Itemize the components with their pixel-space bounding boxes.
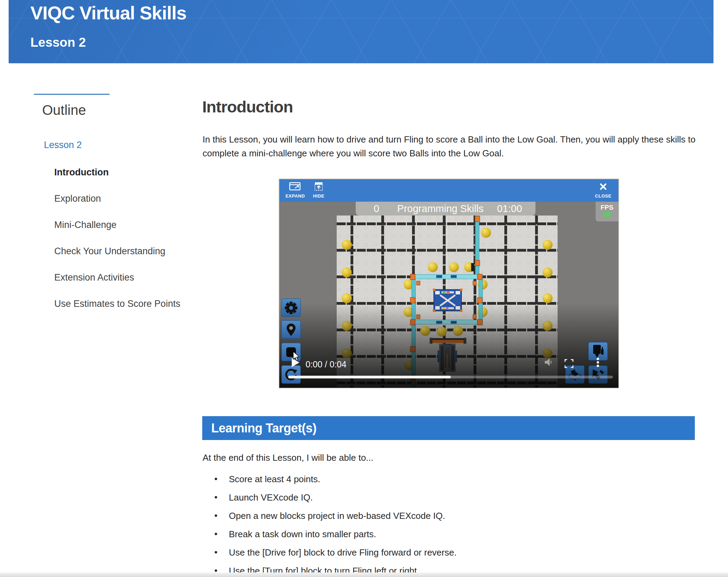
page-subtitle: Lesson 2 [30,35,86,50]
sidebar-item-extension-activities[interactable]: Extension Activities [54,272,180,299]
learning-targets-banner: Learning Target(s) [202,416,695,440]
volume-icon[interactable] [544,358,553,366]
simulation-viewport[interactable]: 0 Programming Skills 01:00 FPS 59 [279,202,618,388]
location-pin-icon [286,323,296,336]
fps-value: 59 [596,211,618,218]
video-time: 0:00 / 0:04 [306,359,346,369]
outline-list: Introduction Exploration Mini-Challenge … [54,167,180,325]
sidebar-item-mini-challenge[interactable]: Mini-Challenge [54,220,180,246]
learning-targets-list: Score at least 4 points. Launch VEXcode … [214,474,457,577]
score-value: 0 [356,203,397,214]
ball [481,228,491,238]
list-item: Launch VEXcode IQ. [214,492,457,503]
list-item: Score at least 4 points. [214,474,457,484]
position-pin-button[interactable] [281,320,301,339]
sidebar-item-exploration[interactable]: Exploration [54,193,180,220]
ball [428,262,438,272]
match-timer: 01:00 [484,203,535,214]
page-title: VIQC Virtual Skills [30,2,186,24]
scoreboard: 0 Programming Skills 01:00 [356,202,535,216]
sidebar-divider [34,94,110,95]
sidebar-item-use-estimates[interactable]: Use Estimates to Score Points [54,299,180,325]
close-icon [599,182,607,191]
learning-targets-lead: At the end of this Lesson, I will be abl… [203,452,373,463]
header-banner: VIQC Virtual Skills Lesson 2 [9,0,713,63]
ball [342,267,352,277]
progress-fill [288,376,451,378]
fps-counter: FPS 59 [596,202,618,221]
lesson-page: VIQC Virtual Skills Lesson 2 Outline Les… [0,0,728,577]
close-label: CLOSE [592,193,614,199]
reset-icon [284,368,298,381]
ball [543,293,553,303]
intro-paragraph: In this Lesson, you will learn how to dr… [203,132,696,160]
hide-label: HIDE [308,193,330,199]
fps-label: FPS [596,204,618,211]
ball [342,240,352,250]
sidebar-item-introduction[interactable]: Introduction [54,167,180,193]
ball [449,262,459,272]
gear-icon [284,301,298,315]
section-heading: Introduction [202,97,293,116]
expand-button[interactable]: EXPAND [284,182,306,199]
list-item: Open a new blocks project in web-based V… [214,511,457,521]
sidebar-link-lesson-2[interactable]: Lesson 2 [44,140,82,150]
close-button[interactable]: CLOSE [592,182,614,199]
pan-camera-icon [591,367,605,382]
video-player: EXPAND HIDE CLOSE 0 Program [279,179,619,388]
video-progress-bar[interactable] [288,376,613,378]
match-mode-label: Programming Skills [397,203,484,214]
orbit-camera-icon [567,368,582,382]
page-bottom-edge [0,573,728,577]
expand-label: EXPAND [284,193,306,199]
expand-icon [289,182,301,191]
more-options-icon[interactable] [597,357,599,368]
ball [342,293,352,303]
mouse-cursor [292,351,300,361]
video-player-toolbar: EXPAND HIDE CLOSE [279,179,618,202]
settings-button[interactable] [281,299,301,317]
ball [543,240,553,250]
reset-button[interactable] [281,365,301,384]
list-item: Break a task down into smaller parts. [214,529,457,539]
ball [543,267,553,277]
list-item: Use the [Drive for] block to drive Fling… [214,547,457,558]
hide-button[interactable]: HIDE [308,182,330,199]
hide-icon [314,182,324,191]
sidebar-item-check-your-understanding[interactable]: Check Your Understanding [54,246,180,272]
outline-heading: Outline [42,102,86,118]
fullscreen-icon[interactable] [564,359,573,368]
